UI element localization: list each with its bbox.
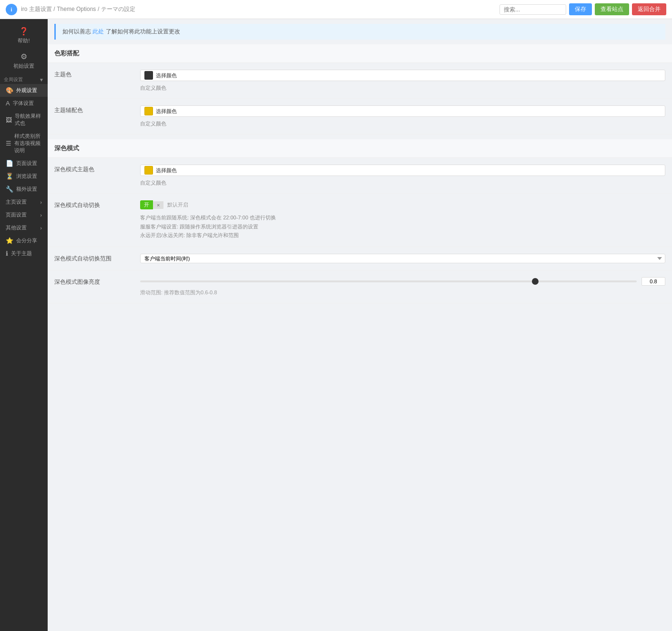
dark-auto-desc: 客户端当前跟随系统: 深色模式会在 22:00-7:00 也进行切换 服服客户端…: [140, 213, 665, 240]
sidebar-item-appearance[interactable]: 🎨 外观设置: [0, 84, 48, 97]
sidebar-item-pagesetting[interactable]: 页面设置 ›: [0, 208, 48, 221]
sidebar: ❓ 帮助! ⚙ 初始设置 全局设置 ▼ 🎨 外观设置 A 字体设置: [0, 19, 48, 631]
exit-button[interactable]: 返回合并: [632, 3, 666, 15]
setting-primary-color: 主题色 选择颜色 自定义颜色: [48, 63, 672, 99]
save-button[interactable]: 保存: [569, 3, 592, 15]
dark-opacity-hint: 滑动范围: 推荐数值范围为0.6-0.8: [140, 289, 665, 296]
sidebar-item-other[interactable]: 其他设置 ›: [0, 221, 48, 234]
sidebar-item-init[interactable]: ⚙ 初始设置: [0, 48, 48, 73]
sidebar-item-media[interactable]: 🖼 导航效果样式也: [0, 110, 48, 130]
section-dark-header: 深色模式: [48, 139, 672, 158]
setting-dark-trigger: 深色模式自动切换范围 客户端当前时间(时): [48, 247, 672, 270]
setting-secondary-color: 主题辅配色 选择颜色 自定义颜色: [48, 99, 672, 134]
topbar-right: 保存 查看站点 返回合并: [499, 3, 666, 15]
help-icon: ❓: [19, 27, 29, 36]
topbar: i iro 主题设置 / Theme Options / テーマの設定 保存 查…: [0, 0, 672, 19]
secondary-color-swatch[interactable]: 选择颜色: [140, 105, 665, 117]
sidebar-item-load[interactable]: ⏳ 浏览设置: [0, 170, 48, 183]
about-icon: ℹ: [6, 250, 8, 257]
setting-dark-auto: 深色模式自动切换 开 × 默认开启 客户端当前跟随系统: 深色模式会在 22:0…: [48, 194, 672, 247]
init-icon: ⚙: [20, 52, 27, 61]
sidebar-sub-general: 🎨 外观设置 A 字体设置 🖼 导航效果样式也 ☰ 样式类别所有选项视频说明 📄: [0, 84, 48, 196]
panel-1: i iro 主题设置 / Theme Options / テーマの設定 保存 查…: [0, 0, 672, 631]
appearance-icon: 🎨: [6, 87, 13, 94]
dark-trigger-select[interactable]: 客户端当前时间(时): [140, 254, 665, 263]
main-content-1: 如何以善志 此处 了解如何将此功能上设置更改 色彩搭配 主题色 选择颜色 自定义…: [48, 19, 672, 631]
sidebar-item-help[interactable]: ❓ 帮助!: [0, 23, 48, 48]
section-color-header: 色彩搭配: [48, 44, 672, 63]
dark-auto-toggle[interactable]: 开 ×: [140, 200, 163, 209]
setting-dark-primary: 深色模式主题色 选择颜色 自定义颜色: [48, 158, 672, 194]
app-title: iro 主题设置 / Theme Options / テーマの設定: [21, 5, 135, 13]
dark-color-box: [144, 166, 153, 175]
sidebar-item-evaluate[interactable]: ⭐ 会分分享: [0, 234, 48, 247]
sidebar-item-theme[interactable]: 主页设置 ›: [0, 196, 48, 208]
primary-color-box: [144, 71, 153, 80]
primary-custom-label: 自定义颜色: [140, 84, 665, 92]
app-logo: i: [6, 4, 17, 15]
search-input[interactable]: [499, 4, 566, 15]
dark-custom-label: 自定义颜色: [140, 179, 665, 186]
evaluate-icon: ⭐: [6, 237, 13, 244]
info-bar-link[interactable]: 此处: [92, 28, 104, 35]
dark-auto-toggle-wrap: 开 × 默认开启: [140, 200, 665, 209]
dark-color-swatch[interactable]: 选择颜色: [140, 165, 665, 176]
primary-color-swatch[interactable]: 选择颜色: [140, 70, 665, 81]
font-icon: A: [6, 100, 10, 107]
layout: ❓ 帮助! ⚙ 初始设置 全局设置 ▼ 🎨 外观设置 A 字体设置: [0, 19, 672, 631]
sidebar-item-font[interactable]: A 字体设置: [0, 97, 48, 110]
load-icon: ⏳: [6, 173, 13, 180]
dark-opacity-slider[interactable]: [140, 280, 637, 282]
sidebar-item-help-label: 帮助!: [18, 37, 30, 44]
dark-opacity-value[interactable]: [641, 277, 665, 286]
dark-opacity-slider-wrap: [140, 277, 665, 286]
media-icon: 🖼: [6, 116, 12, 124]
info-bar-1: 如何以善志 此处 了解如何将此功能上设置更改: [54, 24, 665, 40]
nav-icon: ☰: [6, 140, 11, 147]
sidebar-item-about[interactable]: ℹ 关于主题: [0, 247, 48, 260]
sidebar-item-extra[interactable]: 🔧 额外设置: [0, 183, 48, 196]
sidebar-section-general[interactable]: 全局设置 ▼: [0, 73, 48, 84]
secondary-custom-label: 自定义颜色: [140, 120, 665, 127]
sidebar-item-init-label: 初始设置: [13, 62, 34, 70]
view-site-button[interactable]: 查看站点: [595, 3, 629, 15]
sidebar-item-page[interactable]: 📄 页面设置: [0, 157, 48, 170]
sidebar-item-nav[interactable]: ☰ 样式类别所有选项视频说明: [0, 130, 48, 157]
page-icon: 📄: [6, 160, 13, 167]
extra-icon: 🔧: [6, 186, 13, 193]
secondary-color-box: [144, 107, 153, 115]
setting-dark-opacity: 深色模式图像亮度 滑动范围: 推荐数值范围为0.6-0.8: [48, 270, 672, 303]
